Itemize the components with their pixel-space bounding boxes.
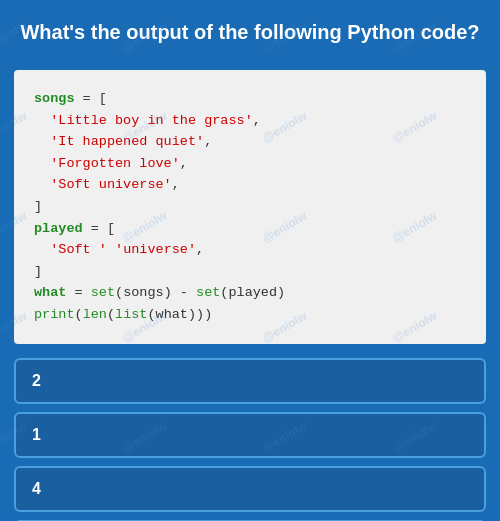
- answer-label-b: 1: [32, 426, 41, 443]
- header: What's the output of the following Pytho…: [0, 0, 500, 62]
- answer-option-b[interactable]: 1: [14, 412, 486, 458]
- answer-option-c[interactable]: 4: [14, 466, 486, 512]
- answer-label-c: 4: [32, 480, 41, 497]
- code-content: songs = [ 'Little boy in the grass', 'It…: [34, 88, 466, 326]
- answers-container: 2 1 4 3: [0, 352, 500, 521]
- code-block: songs = [ 'Little boy in the grass', 'It…: [14, 70, 486, 344]
- question-title: What's the output of the following Pytho…: [20, 18, 480, 46]
- answer-label-a: 2: [32, 372, 41, 389]
- answer-option-a[interactable]: 2: [14, 358, 486, 404]
